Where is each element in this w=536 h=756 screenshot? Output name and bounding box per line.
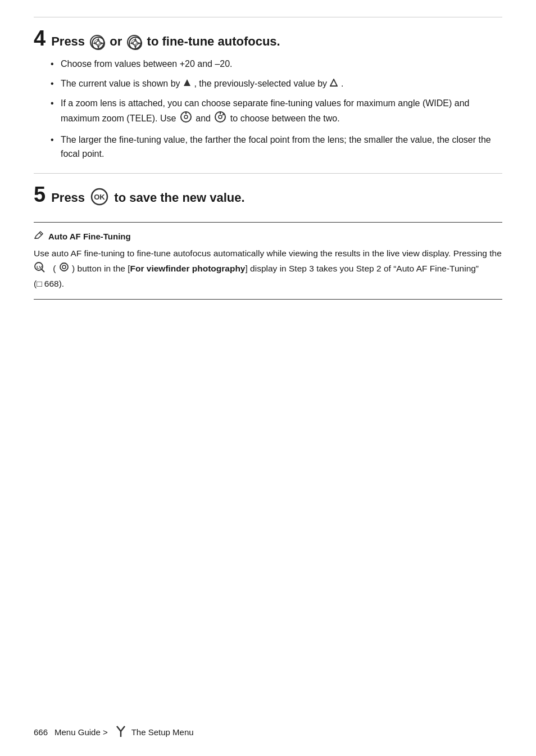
svg-text:LV: LV: [37, 265, 42, 270]
svg-marker-12: [184, 79, 190, 86]
left-dial-icon: [180, 111, 192, 128]
left-nav-svg: [91, 36, 106, 51]
note-text-bold: For viewfinder photography: [130, 264, 246, 273]
step5-number: 5: [34, 184, 46, 205]
step5-heading: 5 Press OK to save the new value.: [34, 184, 502, 209]
step4-title-press: Press: [51, 34, 85, 48]
circle-dot-icon: [59, 262, 69, 277]
svg-point-28: [60, 263, 68, 271]
svg-line-32: [121, 726, 125, 731]
svg-line-20: [222, 114, 224, 115]
top-divider: [34, 17, 502, 17]
footer-separator: Menu Guide >: [54, 727, 108, 737]
bullet-item-3: The larger the fine-tuning value, the fa…: [51, 133, 502, 161]
bullet-item-1: The current value is shown by , the prev…: [51, 77, 502, 91]
svg-marker-8: [134, 38, 137, 40]
step5-title-press: Press: [51, 191, 85, 205]
outline-triangle-icon: [330, 77, 338, 91]
step4-bullets: Choose from values between +20 and –20. …: [51, 57, 502, 161]
svg-marker-13: [330, 79, 337, 86]
page-container: 4 Press or: [0, 0, 536, 756]
footer-page-number: 666: [34, 727, 48, 737]
right-nav-svg: [128, 36, 143, 51]
filled-triangle-up-icon: [183, 77, 191, 91]
bullet3-text: The larger the fine-tuning value, the fa…: [61, 135, 491, 159]
ok-button-icon: OK: [90, 188, 108, 209]
note-block: Auto AF Fine-Tuning Use auto AF fine-tun…: [34, 230, 502, 291]
svg-marker-4: [93, 42, 96, 44]
note-heading-text: Auto AF Fine-Tuning: [48, 232, 131, 241]
svg-marker-2: [97, 38, 99, 40]
step4-title-suffix: to fine-tune autofocus.: [147, 34, 280, 48]
step4-number: 4: [34, 28, 46, 49]
bullet-item-2: If a zoom lens is attached, you can choo…: [51, 97, 502, 128]
svg-point-1: [96, 41, 101, 46]
footer-menu-label: The Setup Menu: [131, 727, 194, 737]
bullet1-a: The current value is shown by: [61, 79, 183, 88]
lv-mag-icon: LV: [34, 261, 50, 278]
svg-point-29: [62, 265, 66, 269]
note-text-c: ) button in the [: [72, 264, 130, 273]
svg-marker-10: [130, 42, 133, 44]
svg-line-31: [117, 726, 121, 731]
svg-line-26: [42, 269, 44, 272]
svg-marker-11: [138, 42, 141, 44]
bullet2-c: to choose between the two.: [230, 114, 340, 123]
bullet1-c: .: [341, 79, 343, 88]
bullet0-text: Choose from values between +20 and –20.: [61, 59, 233, 69]
right-dial-icon: [214, 111, 226, 128]
section-divider: [34, 173, 502, 174]
step5-title-suffix: to save the new value.: [114, 191, 244, 205]
svg-point-15: [184, 115, 188, 119]
step4-title-or: or: [110, 34, 122, 48]
note-divider: [34, 222, 502, 223]
note-text-b: (: [53, 264, 56, 273]
note-pencil-icon: [34, 230, 44, 242]
note-heading: Auto AF Fine-Tuning: [34, 230, 502, 242]
svg-line-23: [39, 233, 42, 235]
right-nav-icon: [127, 35, 142, 49]
svg-marker-5: [101, 42, 104, 44]
step5-title: Press OK to save the new value.: [51, 188, 245, 209]
note-bottom-divider: [34, 299, 502, 300]
note-text-a: Use auto AF fine-tuning to fine-tune aut…: [34, 248, 502, 258]
note-text: Use auto AF fine-tuning to fine-tune aut…: [34, 247, 502, 291]
svg-point-18: [219, 115, 222, 119]
bullet1-b: , the previously-selected value by: [194, 79, 329, 88]
step4-block: 4 Press or: [34, 28, 502, 161]
svg-point-7: [133, 41, 138, 46]
footer-menu-guide: Menu Guide >: [54, 727, 108, 737]
left-nav-icon: [90, 35, 105, 49]
svg-marker-3: [97, 46, 99, 49]
bullet2-b: and: [196, 114, 213, 123]
step5-block: 5 Press OK to save the new value.: [34, 184, 502, 209]
step4-title: Press or: [51, 34, 280, 49]
footer: 666 Menu Guide > The Setup Menu: [34, 725, 502, 739]
step4-heading: 4 Press or: [34, 28, 502, 49]
svg-text:OK: OK: [94, 193, 105, 201]
svg-marker-9: [134, 46, 137, 49]
setup-menu-icon: [116, 725, 126, 739]
bullet-item-0: Choose from values between +20 and –20.: [51, 57, 502, 71]
